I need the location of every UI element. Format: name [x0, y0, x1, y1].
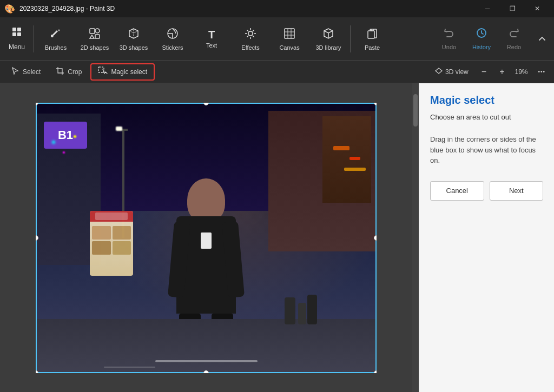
panel-buttons: Cancel Next	[430, 181, 543, 201]
secondary-toolbar: Select Crop Magic select 3D vi	[0, 61, 554, 83]
svg-point-9	[248, 31, 253, 36]
magic-select-button[interactable]: Magic select	[90, 63, 155, 81]
redo-button[interactable]: Redo	[498, 19, 530, 58]
canvas-image: B1	[36, 103, 377, 373]
magic-select-label: Magic select	[111, 68, 147, 76]
next-button[interactable]: Next	[490, 181, 544, 201]
redo-label: Redo	[507, 44, 521, 50]
minimize-button[interactable]: ─	[475, 0, 500, 17]
shapes2d-label: 2D shapes	[81, 44, 109, 51]
image-container: B1	[36, 103, 377, 373]
svg-rect-2	[12, 32, 16, 36]
svg-rect-12	[368, 31, 374, 38]
app-icon: 🎨	[4, 4, 15, 14]
canvas-icon	[283, 27, 296, 42]
crop-icon	[56, 67, 64, 77]
text-label: Text	[206, 42, 217, 49]
crop-button[interactable]: Crop	[49, 63, 88, 81]
text-button[interactable]: T Text	[192, 19, 231, 58]
handle-bottom-right[interactable]	[374, 370, 377, 373]
titlebar-left: 🎨 20230328_204928.jpg - Paint 3D	[4, 4, 115, 14]
separator-1	[34, 25, 34, 52]
shapes3d-label: 3D shapes	[120, 44, 148, 51]
select-label: Select	[23, 68, 41, 76]
stickers-button[interactable]: Stickers	[153, 19, 192, 58]
select-button[interactable]: Select	[4, 63, 47, 81]
svg-point-5	[95, 29, 100, 33]
history-label: History	[472, 44, 491, 50]
shapes3d-icon	[127, 27, 140, 42]
titlebar-controls: ─ ❐ ✕	[475, 0, 550, 17]
menu-icon	[11, 26, 22, 40]
separator-2	[350, 25, 351, 52]
select-icon	[11, 67, 19, 77]
paste-icon	[366, 27, 379, 42]
svg-marker-6	[90, 35, 94, 38]
view3d-label: 3D view	[445, 68, 469, 76]
undo-label: Undo	[442, 44, 456, 50]
collapse-button[interactable]	[532, 19, 552, 58]
zoom-out-icon: −	[482, 67, 486, 77]
scrollbar-thumb[interactable]	[413, 94, 418, 127]
right-panel: Magic select Choose an area to cut out D…	[419, 83, 554, 392]
brushes-icon	[49, 27, 62, 42]
stickers-icon	[166, 27, 179, 42]
shapes2d-icon	[88, 27, 101, 42]
more-icon: •••	[538, 69, 545, 75]
titlebar: 🎨 20230328_204928.jpg - Paint 3D ─ ❐ ✕	[0, 0, 554, 17]
canvas-label: Canvas	[279, 44, 299, 51]
panel-subtitle: Choose an area to cut out	[430, 113, 543, 121]
zoom-out-button[interactable]: −	[477, 65, 491, 78]
menu-label: Menu	[9, 43, 25, 51]
svg-rect-10	[285, 29, 294, 38]
vertical-scrollbar[interactable]	[412, 83, 419, 392]
svg-rect-1	[17, 28, 21, 31]
zoom-in-icon: +	[499, 67, 504, 77]
secondary-toolbar-right: 3D view − + 19% •••	[430, 65, 550, 78]
brushes-button[interactable]: Brushes	[36, 19, 75, 58]
text-icon: T	[208, 29, 215, 40]
library3d-label: 3D library	[315, 44, 341, 51]
crop-label: Crop	[68, 68, 82, 76]
brushes-label: Brushes	[45, 44, 67, 51]
svg-rect-0	[12, 28, 16, 31]
undo-button[interactable]: Undo	[433, 19, 465, 58]
effects-button[interactable]: Effects	[231, 19, 270, 58]
paste-label: Paste	[365, 44, 380, 51]
paste-button[interactable]: Paste	[353, 19, 392, 58]
panel-description: Drag in the corners or sides of the blue…	[430, 134, 543, 166]
svg-point-15	[103, 72, 104, 73]
effects-label: Effects	[241, 44, 259, 51]
library3d-button[interactable]: 3D library	[309, 19, 348, 58]
close-button[interactable]: ✕	[525, 0, 550, 17]
stickers-label: Stickers	[162, 44, 183, 51]
library3d-icon	[322, 27, 335, 42]
main-toolbar: Menu Brushes 2D shapes	[0, 17, 554, 61]
more-button[interactable]: •••	[533, 67, 550, 76]
redo-icon	[508, 27, 520, 42]
zoom-in-button[interactable]: +	[495, 65, 509, 78]
canvas-area[interactable]: B1	[0, 83, 412, 392]
main-area: B1	[0, 83, 554, 392]
cancel-button[interactable]: Cancel	[430, 181, 484, 201]
history-button[interactable]: History	[465, 19, 498, 58]
handle-top-right[interactable]	[374, 103, 377, 105]
view3d-button[interactable]: 3D view	[430, 65, 473, 78]
panel-title: Magic select	[430, 94, 543, 107]
menu-button[interactable]: Menu	[2, 19, 31, 58]
shapes2d-button[interactable]: 2D shapes	[75, 19, 114, 58]
canvas-button[interactable]: Canvas	[270, 19, 309, 58]
shapes3d-button[interactable]: 3D shapes	[114, 19, 153, 58]
history-icon	[476, 27, 487, 42]
svg-rect-7	[95, 35, 100, 38]
handle-middle-right[interactable]	[374, 235, 377, 241]
maximize-button[interactable]: ❐	[500, 0, 525, 17]
zoom-level: 19%	[513, 68, 529, 76]
titlebar-title: 20230328_204928.jpg - Paint 3D	[19, 5, 115, 12]
magic-select-icon	[98, 67, 108, 77]
svg-rect-4	[90, 29, 95, 34]
effects-icon	[244, 27, 257, 42]
undo-icon	[443, 27, 455, 42]
toolbar-right: Undo History Redo	[433, 19, 552, 58]
view3d-icon	[434, 67, 443, 76]
